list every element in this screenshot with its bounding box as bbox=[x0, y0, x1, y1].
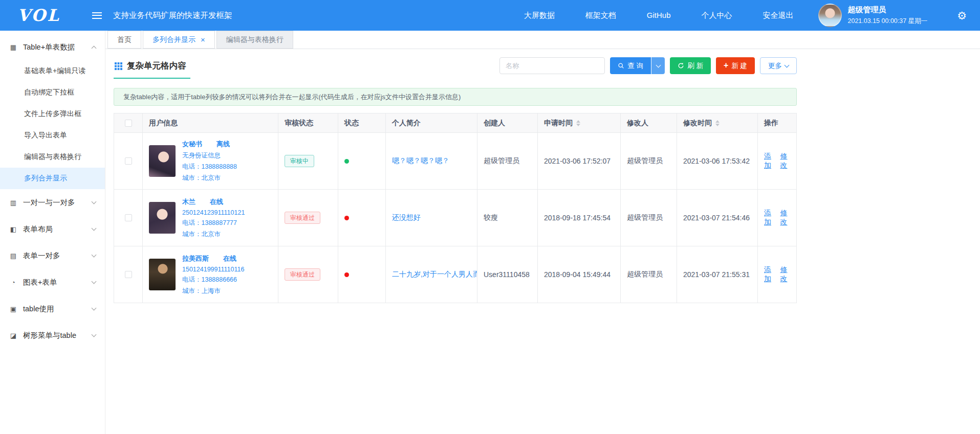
sidebar-item-2[interactable]: 文件上传多弹出框 bbox=[0, 103, 105, 125]
row-user-avatar[interactable] bbox=[149, 202, 176, 234]
grid-icon bbox=[115, 62, 122, 70]
nav-item-big-screen[interactable]: 大屏数据 bbox=[524, 11, 555, 20]
column-header: 个人简介 bbox=[386, 113, 477, 132]
bars-icon: ▤ bbox=[9, 252, 17, 260]
chevron-icon bbox=[92, 252, 97, 257]
status-dot bbox=[344, 272, 349, 277]
row-user-avatar[interactable] bbox=[149, 145, 176, 177]
row-user-avatar[interactable] bbox=[149, 259, 176, 290]
chevron-icon bbox=[92, 279, 97, 284]
sidebar-item-0[interactable]: 基础表单+编辑只读 bbox=[0, 60, 105, 82]
column-label: 用户信息 bbox=[149, 119, 178, 128]
refresh-button[interactable]: 刷 新 bbox=[670, 57, 711, 74]
user-name: 女秘书 bbox=[182, 140, 202, 149]
user-name: 拉美西斯 bbox=[182, 254, 209, 263]
column-header[interactable]: 申请时间 bbox=[538, 113, 621, 132]
tab-label: 首页 bbox=[117, 35, 132, 44]
column-header: 修改人 bbox=[621, 113, 677, 132]
create-label: 新 建 bbox=[731, 61, 747, 71]
apply-time-cell: 2018-09-18 17:45:54 bbox=[538, 190, 621, 246]
sidebar-item-1[interactable]: 自动绑定下拉框 bbox=[0, 82, 105, 103]
tab-home[interactable]: 首页 bbox=[107, 31, 141, 49]
sidebar-group-2[interactable]: ◧ 表单布局 bbox=[0, 216, 105, 242]
sidebar-item-4[interactable]: 编辑器与表格换行 bbox=[0, 146, 105, 168]
header-user[interactable]: 超级管理员 2021.03.15 00:00:37 星期一 bbox=[818, 4, 928, 27]
sidebar-group-3[interactable]: ▤ 表单一对多 bbox=[0, 242, 105, 269]
sidebar-group-0[interactable]: ▦ Table+单表数据 bbox=[0, 34, 105, 60]
modify-time-cell: 2021-03-07 21:54:46 bbox=[677, 190, 758, 246]
refresh-label: 刷 新 bbox=[687, 61, 703, 71]
creator-cell: 超级管理员 bbox=[477, 133, 538, 189]
column-label: 修改时间 bbox=[683, 119, 712, 128]
column-header: 审核状态 bbox=[278, 113, 338, 132]
add-link[interactable]: 添加 bbox=[764, 265, 776, 284]
tab-label: 多列合并显示 bbox=[153, 35, 195, 44]
sort-icon[interactable] bbox=[715, 120, 720, 126]
sidebar-item-5[interactable]: 多列合并显示 bbox=[0, 168, 105, 189]
column-label: 创建人 bbox=[484, 119, 505, 128]
app-header: VOL 支持业务代码扩展的快速开发框架 大屏数据 框架文档 GitHub 个人中… bbox=[0, 0, 980, 31]
nav-item-docs[interactable]: 框架文档 bbox=[585, 11, 616, 20]
nav-item-logout[interactable]: 安全退出 bbox=[763, 11, 794, 20]
query-label: 查 询 bbox=[627, 61, 643, 71]
modifier-cell: 超级管理员 bbox=[621, 246, 677, 303]
more-button[interactable]: 更多 bbox=[760, 57, 797, 74]
modify-time-cell: 2021-03-06 17:53:42 bbox=[677, 133, 758, 189]
user-avatar[interactable] bbox=[818, 4, 842, 27]
column-header[interactable]: 修改时间 bbox=[677, 113, 758, 132]
sidebar-group-4[interactable]: ◔ 图表+表单 bbox=[0, 269, 105, 295]
user-id-info: 无身份证信息 bbox=[182, 151, 237, 160]
sidebar: ▦ Table+单表数据 基础表单+编辑只读 自动绑定下拉框 文件上传多弹出框 … bbox=[0, 31, 105, 434]
sidebar-group-6[interactable]: ◪ 树形菜单与table bbox=[0, 322, 105, 349]
add-link[interactable]: 添加 bbox=[764, 152, 776, 170]
table-head-row: 用户信息审核状态状态个人简介创建人申请时间修改人修改时间操作 bbox=[114, 113, 797, 133]
search-icon bbox=[618, 62, 624, 69]
settings-gear-icon[interactable]: ⚙ bbox=[957, 10, 967, 21]
query-dropdown-button[interactable] bbox=[651, 57, 665, 74]
creator-cell: 较瘦 bbox=[477, 190, 538, 246]
apply-time-cell: 2021-03-06 17:52:07 bbox=[538, 133, 621, 189]
search-input[interactable] bbox=[499, 57, 605, 74]
tab-multi-column[interactable]: 多列合并显示 × bbox=[143, 31, 215, 49]
sidebar-group-5[interactable]: ▣ table使用 bbox=[0, 295, 105, 322]
column-label: 个人简介 bbox=[392, 119, 421, 128]
intro-text[interactable]: 二十九岁,对于一个人男人而言 bbox=[392, 270, 477, 279]
edit-link[interactable]: 修改 bbox=[780, 209, 792, 227]
nav-item-github[interactable]: GitHub bbox=[647, 11, 671, 20]
edit-link[interactable]: 修改 bbox=[780, 152, 792, 170]
sidebar-item-label: 多列合并显示 bbox=[24, 174, 67, 183]
create-button[interactable]: + 新 建 bbox=[716, 57, 755, 74]
sidebar-group-1[interactable]: ▥ 一对一与一对多 bbox=[0, 189, 105, 216]
tab-close-icon[interactable]: × bbox=[201, 36, 205, 43]
tree-table-icon: ◪ bbox=[9, 332, 17, 339]
audit-badge: 审核通过 bbox=[285, 212, 320, 224]
sidebar-item-label: 导入导出表单 bbox=[24, 131, 67, 140]
nav-item-profile[interactable]: 个人中心 bbox=[702, 11, 732, 20]
edit-link[interactable]: 修改 bbox=[780, 265, 792, 284]
select-all-checkbox[interactable] bbox=[125, 120, 132, 127]
row-checkbox[interactable] bbox=[125, 157, 132, 165]
audit-badge: 审核中 bbox=[285, 155, 314, 167]
query-button[interactable]: 查 询 bbox=[610, 57, 651, 74]
intro-text[interactable]: 还没想好 bbox=[392, 213, 421, 222]
data-table: 用户信息审核状态状态个人简介创建人申请时间修改人修改时间操作 女秘书 离线 无身… bbox=[114, 113, 797, 303]
row-checkbox[interactable] bbox=[125, 271, 132, 278]
tab-editor-wrap[interactable]: 编辑器与表格换行 bbox=[216, 31, 293, 49]
sidebar-menu: ▦ Table+单表数据 基础表单+编辑只读 自动绑定下拉框 文件上传多弹出框 … bbox=[0, 34, 105, 349]
sidebar-group-label: 一对一与一对多 bbox=[23, 198, 75, 208]
user-phone: 电话：1388886666 bbox=[182, 276, 244, 284]
sort-icon[interactable] bbox=[576, 120, 580, 126]
sidebar-item-label: 自动绑定下拉框 bbox=[24, 88, 74, 97]
column-header: 操作 bbox=[758, 113, 797, 132]
column-label: 申请时间 bbox=[544, 119, 573, 128]
intro-text[interactable]: 嗯？嗯？嗯？嗯？ bbox=[392, 156, 449, 166]
tab-label: 编辑器与表格换行 bbox=[226, 35, 284, 44]
row-checkbox[interactable] bbox=[125, 214, 132, 221]
menu-toggle-icon[interactable] bbox=[92, 12, 102, 19]
chevron-icon bbox=[92, 332, 97, 337]
add-link[interactable]: 添加 bbox=[764, 209, 776, 227]
app-subtitle: 支持业务代码扩展的快速开发框架 bbox=[113, 10, 232, 21]
sidebar-item-label: 编辑器与表格换行 bbox=[24, 152, 81, 162]
user-online-status: 在线 bbox=[223, 254, 236, 263]
sidebar-item-3[interactable]: 导入导出表单 bbox=[0, 125, 105, 146]
